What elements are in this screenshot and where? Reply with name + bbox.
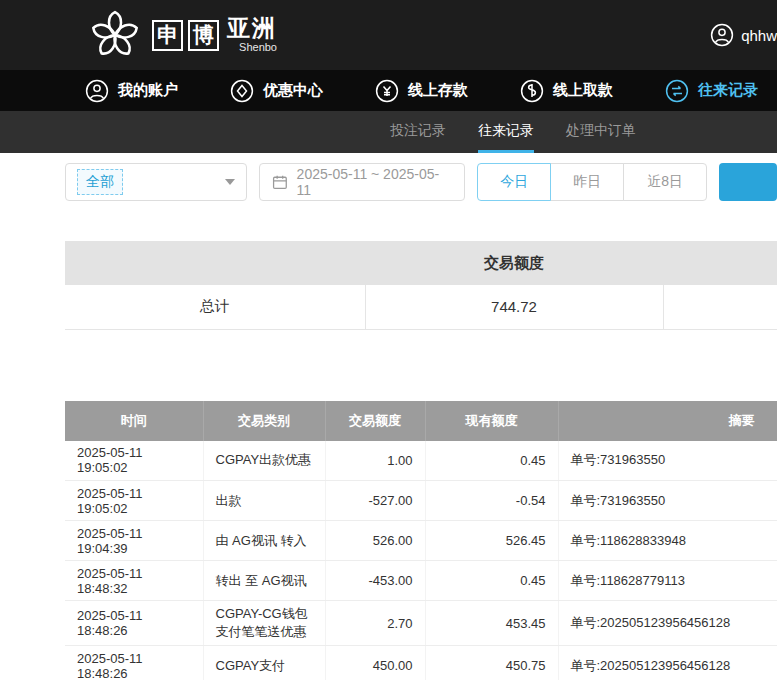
records-header-row: 时间 交易类别 交易额度 现有额度 摘要 (65, 401, 777, 441)
top-header: 申 博 亚洲 Shenbo qhhw (0, 0, 777, 70)
cell-time: 2025-05-11 19:05:02 (65, 441, 203, 481)
cell-balance: 453.45 (425, 601, 558, 646)
nav-item-label: 线上存款 (408, 81, 468, 100)
cell-summary: 单号:731963550 (558, 441, 777, 481)
tab-bet-records[interactable]: 投注记录 (390, 111, 446, 153)
summary-table: 交易额度 总计 744.72 (65, 241, 777, 330)
cell-type: CGPAY支付 (203, 646, 325, 680)
cell-amount: -453.00 (325, 561, 425, 601)
tab-processing-orders[interactable]: 处理中订单 (566, 111, 636, 153)
cell-amount: -527.00 (325, 481, 425, 521)
cell-balance: -0.54 (425, 481, 558, 521)
logo-char-bo: 博 (188, 20, 219, 51)
filter-row: 全部 2025-05-11 ~ 2025-05-11 今日 昨日 近8日 (65, 163, 777, 201)
summary-total-label: 总计 (65, 285, 365, 329)
table-row: 2025-05-11 18:48:32 转出 至 AG视讯 -453.00 0.… (65, 561, 777, 601)
summary-header-row: 交易额度 (65, 241, 777, 285)
summary-header-amount: 交易额度 (365, 241, 663, 285)
cell-amount: 1.00 (325, 441, 425, 481)
logo-region-text: 亚洲 (227, 15, 277, 41)
nav-item-promotions[interactable]: 优惠中心 (230, 79, 323, 103)
cell-summary: 单号:118628779113 (558, 561, 777, 601)
cell-type: 由 AG视讯 转入 (203, 521, 325, 561)
table-row: 2025-05-11 19:05:02 CGPAY出款优惠 1.00 0.45 … (65, 441, 777, 481)
last-8-days-button[interactable]: 近8日 (623, 163, 707, 201)
summary-header-empty (663, 241, 777, 285)
username: qhhw (741, 27, 777, 44)
cell-balance: 0.45 (425, 561, 558, 601)
yesterday-button[interactable]: 昨日 (550, 163, 624, 201)
type-select-value: 全部 (77, 169, 123, 195)
nav-item-label: 优惠中心 (263, 81, 323, 100)
cell-time: 2025-05-11 18:48:32 (65, 561, 203, 601)
summary-row: 总计 744.72 (65, 285, 777, 329)
quick-date-buttons: 今日 昨日 近8日 (477, 163, 707, 201)
nav-item-deposit[interactable]: 线上存款 (375, 79, 468, 103)
col-header-balance: 现有额度 (425, 401, 558, 441)
table-row: 2025-05-11 18:48:26 CGPAY支付 450.00 450.7… (65, 646, 777, 680)
cell-time: 2025-05-11 18:48:26 (65, 601, 203, 646)
cell-summary: 单号:118628833948 (558, 521, 777, 561)
col-header-amount: 交易额度 (325, 401, 425, 441)
cell-balance: 526.45 (425, 521, 558, 561)
cell-type: 出款 (203, 481, 325, 521)
tab-transaction-records[interactable]: 往来记录 (478, 111, 534, 153)
table-row: 2025-05-11 19:04:39 由 AG视讯 转入 526.00 526… (65, 521, 777, 561)
promotions-icon (230, 79, 254, 103)
cell-time: 2025-05-11 18:48:26 (65, 646, 203, 680)
summary-header-empty (65, 241, 365, 285)
records-table: 时间 交易类别 交易额度 现有额度 摘要 2025-05-11 19:05:02… (65, 401, 777, 680)
account-icon (85, 79, 109, 103)
summary-empty-cell (663, 285, 777, 329)
today-button[interactable]: 今日 (477, 163, 551, 201)
col-header-type: 交易类别 (203, 401, 325, 441)
calendar-icon (272, 174, 288, 190)
logo-region: 亚洲 Shenbo (227, 17, 277, 53)
deposit-icon (375, 79, 399, 103)
col-header-time: 时间 (65, 401, 203, 441)
date-range-input[interactable]: 2025-05-11 ~ 2025-05-11 (259, 163, 465, 201)
nav-item-my-account[interactable]: 我的账户 (85, 79, 178, 103)
summary-total-value: 744.72 (365, 285, 663, 329)
nav-item-label: 往来记录 (698, 81, 758, 100)
cell-balance: 450.75 (425, 646, 558, 680)
type-select[interactable]: 全部 (65, 163, 247, 201)
cell-summary: 单号:202505123956456128 (558, 646, 777, 680)
cell-summary: 单号:202505123956456128 (558, 601, 777, 646)
user-menu[interactable]: qhhw (710, 23, 777, 47)
cell-type: CGPAY-CG钱包支付笔笔送优惠 (203, 601, 325, 646)
cell-type: CGPAY出款优惠 (203, 441, 325, 481)
cell-amount: 450.00 (325, 646, 425, 680)
cell-summary: 单号:731963550 (558, 481, 777, 521)
nav-item-withdrawal[interactable]: 线上取款 (520, 79, 613, 103)
sub-nav: 投注记录 往来记录 处理中订单 (0, 111, 777, 153)
table-row: 2025-05-11 19:05:02 出款 -527.00 -0.54 单号:… (65, 481, 777, 521)
nav-item-label: 线上取款 (553, 81, 613, 100)
cell-time: 2025-05-11 19:04:39 (65, 521, 203, 561)
nav-item-transaction-records[interactable]: 往来记录 (665, 79, 758, 103)
chevron-down-icon (225, 179, 235, 185)
cell-type: 转出 至 AG视讯 (203, 561, 325, 601)
user-icon (710, 23, 734, 47)
lotus-logo-icon (88, 8, 142, 62)
table-row: 2025-05-11 18:48:26 CGPAY-CG钱包支付笔笔送优惠 2.… (65, 601, 777, 646)
logo-char-shen: 申 (152, 20, 183, 51)
withdrawal-icon (520, 79, 544, 103)
brand-logo[interactable]: 申 博 亚洲 Shenbo (88, 8, 277, 62)
search-button[interactable] (719, 163, 777, 201)
cell-balance: 0.45 (425, 441, 558, 481)
main-nav: 我的账户 优惠中心 线上存款 线上取款 往来记录 (0, 70, 777, 111)
nav-item-label: 我的账户 (118, 81, 178, 100)
cell-time: 2025-05-11 19:05:02 (65, 481, 203, 521)
cell-amount: 2.70 (325, 601, 425, 646)
date-range-value: 2025-05-11 ~ 2025-05-11 (297, 166, 453, 198)
cell-amount: 526.00 (325, 521, 425, 561)
col-header-summary: 摘要 (558, 401, 777, 441)
records-icon (665, 79, 689, 103)
logo-subtitle: Shenbo (227, 42, 277, 53)
